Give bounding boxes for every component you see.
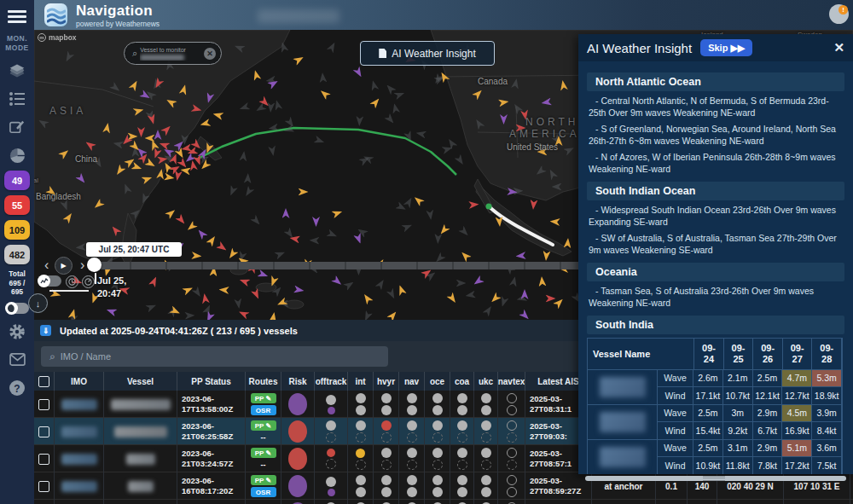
forecast-value: 4.7m bbox=[782, 370, 812, 386]
column-header-imo[interactable]: IMO bbox=[55, 372, 104, 391]
menu-icon[interactable] bbox=[8, 8, 26, 26]
column-header-oce[interactable]: oce bbox=[425, 372, 450, 391]
table-row[interactable] bbox=[34, 500, 853, 504]
status-dot bbox=[457, 487, 467, 497]
weather-insight-item: - Central North Atlantic, N of Bermuda, … bbox=[587, 95, 844, 119]
imo-cell bbox=[55, 418, 104, 445]
status-dot bbox=[381, 393, 392, 403]
mapbox-icon: m bbox=[38, 33, 46, 42]
status-dot bbox=[507, 405, 517, 415]
status-dot bbox=[381, 420, 392, 431]
row-checkbox[interactable] bbox=[38, 454, 49, 465]
list-icon[interactable] bbox=[7, 89, 27, 109]
row-checkbox[interactable] bbox=[38, 399, 49, 410]
column-header-navtex[interactable]: navtex bbox=[498, 372, 525, 391]
pie-chart-icon[interactable] bbox=[7, 145, 27, 165]
osr-route-badge[interactable]: OSR bbox=[251, 405, 276, 415]
column-header-int[interactable]: int bbox=[348, 372, 374, 391]
status-dots-cell bbox=[425, 418, 450, 445]
ai-weather-insight-button[interactable]: AI Weather Insight bbox=[360, 41, 495, 66]
ai-weather-insight-panel: AI Weather Insight Skip ▶▶ ✕ North Atlan… bbox=[578, 34, 853, 474]
latest-ais-cell: 2025-03-27T08:59:27Z bbox=[525, 472, 592, 500]
collapse-timeline-button[interactable]: ↓ bbox=[28, 293, 48, 313]
status-dot bbox=[507, 448, 517, 458]
risk-cell bbox=[281, 391, 315, 418]
column-header-risk[interactable]: Risk bbox=[281, 372, 315, 391]
row-checkbox[interactable] bbox=[38, 426, 49, 437]
forecast-value: 17.2kt bbox=[782, 457, 812, 474]
close-icon[interactable]: ✕ bbox=[833, 40, 844, 55]
clear-search-icon[interactable]: ✕ bbox=[204, 48, 216, 60]
column-header-ukc[interactable]: ukc bbox=[474, 372, 498, 391]
column-header-coa[interactable]: coa bbox=[450, 372, 474, 391]
status-dots-cell bbox=[348, 391, 374, 418]
edit-note-icon[interactable] bbox=[7, 117, 27, 137]
ais-detail-text: at anchor bbox=[604, 482, 642, 491]
dark-mode-toggle[interactable] bbox=[6, 303, 29, 314]
column-header-pp-status[interactable]: PP Status bbox=[177, 372, 246, 391]
pp-route-badge[interactable]: PP ✎ bbox=[251, 448, 276, 458]
forecast-row: Wind10.9kt11.8kt7.8kt17.2kt7.5kt bbox=[658, 457, 842, 474]
panel-header: AI Weather Insight Skip ▶▶ ✕ bbox=[578, 34, 853, 61]
status-dot bbox=[407, 475, 417, 485]
vessel-monitor-search[interactable]: ⌕ Vessel to monitor ✕ bbox=[124, 42, 222, 65]
timeline-play-button[interactable]: ▶ bbox=[55, 257, 73, 275]
imo-name-search-input[interactable]: ⌕ IMO / Name bbox=[41, 346, 388, 367]
pp-route-badge[interactable]: PP ✎ bbox=[251, 420, 276, 431]
timeline-next-button[interactable]: › bbox=[80, 261, 84, 269]
status-dot bbox=[481, 432, 491, 443]
monitoring-mode-label: MON.MODE bbox=[5, 34, 29, 53]
skip-button[interactable]: Skip ▶▶ bbox=[700, 39, 752, 56]
status-dot bbox=[457, 448, 467, 458]
help-icon[interactable]: ? bbox=[7, 378, 27, 398]
vessel-name-redacted bbox=[114, 426, 167, 437]
forecast-value: 2.6m bbox=[693, 370, 723, 386]
mode-count-badge[interactable]: 482 bbox=[4, 245, 30, 264]
mail-icon[interactable] bbox=[7, 350, 27, 370]
timeline-chart-toggle[interactable] bbox=[38, 275, 61, 287]
forecast-value: 4.5m bbox=[782, 405, 812, 421]
timeline-handle[interactable] bbox=[87, 258, 102, 272]
status-dot bbox=[328, 407, 335, 414]
status-dot bbox=[356, 460, 366, 470]
column-header-vessel[interactable]: Vessel bbox=[104, 372, 177, 391]
document-icon bbox=[379, 49, 386, 58]
forecast-value: 8.4kt bbox=[812, 422, 842, 439]
status-dot bbox=[457, 475, 467, 485]
osr-route-badge[interactable]: OSR bbox=[251, 487, 276, 497]
forecast-value: 2.9m bbox=[753, 405, 783, 421]
layers-icon[interactable] bbox=[7, 61, 27, 81]
status-dot bbox=[432, 475, 443, 485]
select-all-checkbox[interactable] bbox=[38, 376, 49, 387]
status-dots-cell bbox=[348, 500, 374, 504]
history-icon[interactable] bbox=[66, 275, 78, 288]
column-header-offtrack[interactable]: offtrack bbox=[315, 372, 348, 391]
vessel-name-redacted bbox=[588, 440, 658, 474]
mode-count-badge[interactable]: 55 bbox=[4, 195, 30, 215]
mode-count-badge[interactable]: 49 bbox=[4, 171, 30, 190]
timeline-prev-button[interactable]: ‹ bbox=[44, 261, 49, 269]
column-header-routes[interactable]: Routes bbox=[246, 372, 281, 391]
routes-cell: PP ✎-- bbox=[246, 445, 281, 472]
timeline-time: 20:47 bbox=[97, 288, 121, 298]
speed-icon[interactable] bbox=[82, 275, 95, 288]
gear-icon[interactable] bbox=[7, 322, 27, 342]
row-select-cell bbox=[34, 500, 55, 504]
column-header-nav[interactable]: nav bbox=[399, 372, 425, 391]
vessel-cell bbox=[104, 500, 177, 504]
row-checkbox[interactable] bbox=[38, 481, 49, 492]
forecast-vessel-group: Wave2.5m3m2.9m4.5m3.9mWind15.4kt9.2kt6.7… bbox=[588, 405, 842, 440]
download-icon[interactable]: ⇓ bbox=[40, 325, 51, 336]
pp-route-badge[interactable]: PP ✎ bbox=[251, 475, 276, 485]
column-header-hvyr[interactable]: hvyr bbox=[374, 372, 399, 391]
forecast-value: 12.1kt bbox=[753, 387, 783, 404]
forecast-value: 7.8kt bbox=[753, 457, 783, 474]
vessel-cell bbox=[104, 445, 177, 472]
pp-status-cell: 2023-06-21T03:24:57Z bbox=[177, 445, 246, 472]
sidebar: MON.MODE 4955109482 Total695 /695 ? bbox=[0, 0, 34, 504]
vessel-track-line bbox=[489, 206, 553, 245]
pp-route-badge[interactable]: PP ✎ bbox=[251, 393, 276, 403]
mode-count-badge[interactable]: 109 bbox=[4, 220, 30, 240]
avatar[interactable]: ! bbox=[829, 4, 849, 24]
panel-resize-bar[interactable] bbox=[585, 476, 846, 481]
